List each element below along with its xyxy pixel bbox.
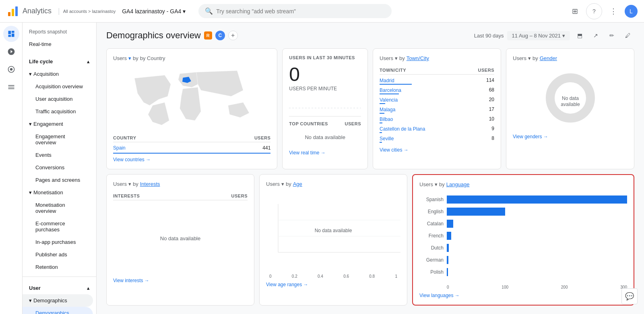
search-bar[interactable]: 🔍 [198,4,392,18]
sidebar-icon-target[interactable] [3,61,19,77]
nav-acquisition-overview[interactable]: Acquisition overview [23,80,93,93]
lifecycle-section-header[interactable]: Life cycle ▴ [23,55,96,66]
view-realtime-link[interactable]: View real time → [289,150,361,156]
language-row: Polish [419,268,627,276]
country-link[interactable]: by Country [140,55,165,61]
nav-inapp-purchases[interactable]: In-app purchases [23,236,93,248]
language-bar-container [447,256,627,264]
city-name[interactable]: Seville [380,136,394,141]
city-name[interactable]: Castellon de la Plana [380,126,425,132]
pencil-icon-button[interactable]: 🖊 [621,29,634,42]
city-name[interactable]: Malaga [380,107,395,112]
city-row: Malaga 17 [380,105,494,115]
gender-dropdown-icon[interactable]: ▾ [528,55,531,61]
app-title: Analytics [23,7,52,15]
feedback-button[interactable]: 💬 [621,288,638,304]
nav-ecommerce[interactable]: E-commerce purchases [23,217,93,236]
city-name[interactable]: Valencia [380,97,398,103]
nav-pages-and-screens[interactable]: Pages and screens [23,174,93,186]
property-selector[interactable]: GA4 lazarinastoy - GA4 ▾ [119,6,189,16]
language-by: by [439,181,445,187]
age-link[interactable]: Age [293,181,302,187]
nav-user-acquisition[interactable]: User acquisition [23,93,93,105]
view-interests-link[interactable]: View interests → [113,278,248,283]
nav-engagement-overview[interactable]: Engagement overview [23,130,93,149]
language-dropdown-icon[interactable]: ▾ [435,181,438,187]
nav-retention[interactable]: Retention [23,261,93,273]
nav-monetisation-parent[interactable]: ▾ Monetisation [23,186,96,199]
interests-link[interactable]: Interests [140,181,160,187]
language-x-axis: 0 100 200 300 [419,285,627,289]
sidebar-icon-home[interactable] [3,26,19,42]
nav-publisher-ads[interactable]: Publisher ads [23,248,93,261]
interests-dropdown-icon[interactable]: ▾ [128,181,131,187]
city-name-cell: Valencia [380,97,398,104]
city-users: 17 [489,106,494,114]
language-link[interactable]: Language [446,181,470,187]
view-genders-link[interactable]: View genders → [513,134,627,139]
city-name[interactable]: Barcelona [380,87,401,93]
property-dropdown-icon: ▾ [183,8,186,15]
city-rows: Madrid 114 Barcelona 68 Valencia 20 Mala… [380,76,494,144]
country-card-title: Users ▾ by by Country [113,55,270,61]
age-x-axis: 0 0.2 0.4 0.6 0.8 1 [266,274,400,279]
date-label: Last 90 days [474,33,504,39]
interests-by: by [133,181,138,187]
nav-conversions[interactable]: Conversions [23,161,93,174]
nav-demographics-overview[interactable]: Demographics overview [23,307,93,314]
age-dropdown-icon[interactable]: ▾ [281,181,284,187]
nav-reports-snapshot[interactable]: Reports snapshot [23,26,93,38]
insights-icon-button[interactable]: ✏ [605,29,618,42]
add-comparison-button[interactable]: + [228,31,238,40]
apps-icon-button[interactable]: ⊞ [567,3,583,19]
view-languages-link[interactable]: View languages → [419,293,627,298]
sidebar-icon-realtime[interactable] [3,44,19,60]
collapse-sidebar-button[interactable]: ‹ [96,291,97,301]
more-options-icon-button[interactable]: ⋮ [605,3,621,19]
language-row: Dutch [419,244,627,252]
city-name[interactable]: Madrid [380,78,394,83]
svg-text:No data available: No data available [315,228,352,233]
realtime-sparkline [289,100,361,116]
user-avatar[interactable]: L [625,5,638,18]
nav-monetisation-overview[interactable]: Monetisation overview [23,199,93,217]
logo-area: Analytics [6,5,55,18]
help-icon-button[interactable]: ? [586,3,602,19]
gender-by: by [533,55,538,61]
country-dropdown-icon[interactable]: ▾ [128,55,131,61]
nav-events[interactable]: Events [23,149,93,161]
gender-link[interactable]: Gender [540,55,557,61]
divider: | [58,7,60,15]
language-name: Polish [419,269,444,275]
nav-realtime[interactable]: Real-time [23,38,93,50]
page-title: Demographics overview [106,30,201,41]
view-cities-link[interactable]: View cities → [380,147,494,153]
city-users: 68 [489,87,494,94]
nav-demographics-parent[interactable]: ▾ Demographics [23,294,93,307]
interests-users-col: USERS [231,193,248,198]
city-name[interactable]: Bilbao [380,116,393,122]
city-bar [380,84,412,85]
export-icon-button[interactable]: ⬒ [573,29,586,42]
language-bar-container [447,220,627,228]
language-bar [447,268,448,276]
view-age-link[interactable]: View age ranges → [266,282,400,287]
realtime-title: USERS IN LAST 30 MINUTES [289,55,355,60]
city-dropdown-icon[interactable]: ▾ [395,55,398,61]
search-input[interactable] [216,8,385,15]
svg-rect-1 [12,9,14,16]
city-name-cell: Bilbao [380,116,393,123]
city-card-title: Users ▾ by Town/City [380,55,494,61]
user-section-header[interactable]: User ▴ [23,282,96,293]
nav-traffic-acquisition[interactable]: Traffic acquisition [23,105,93,118]
date-picker[interactable]: 11 Aug – 8 Nov 2021 ▾ [507,31,570,40]
nav-acquisition-parent[interactable]: ▾ Acquisition [23,68,96,80]
language-bar [447,195,627,204]
view-countries-link[interactable]: View countries → [113,157,270,162]
city-link[interactable]: Town/City [407,55,429,61]
country-col-header: COUNTRY [113,135,136,140]
share-icon-button[interactable]: ↗ [589,29,602,42]
sidebar-icon-list[interactable] [3,79,19,95]
nav-engagement-parent[interactable]: ▾ Engagement [23,118,96,130]
language-prefix: Users [419,181,433,187]
